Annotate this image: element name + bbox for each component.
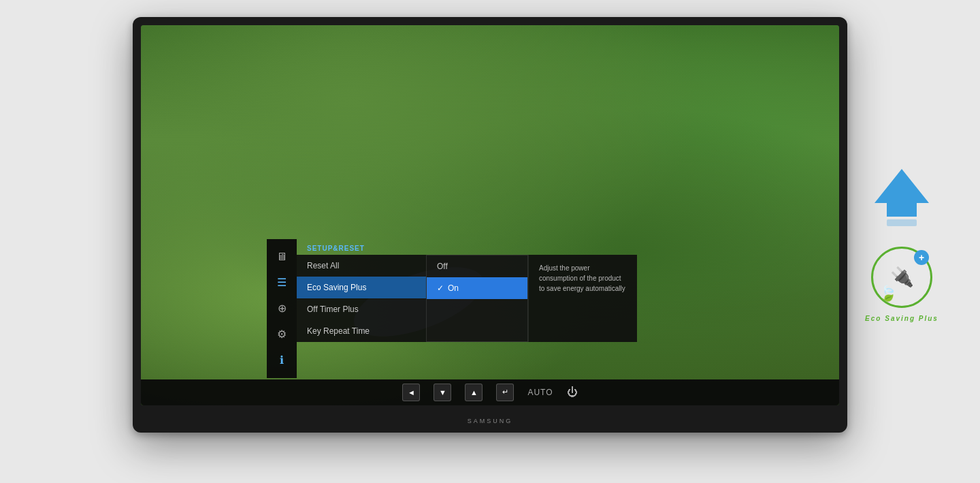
nav-button-enter[interactable]: ↵ — [496, 384, 514, 401]
osd-section-label: SETUP&RESET — [297, 239, 637, 255]
osd-item-eco-saving-plus[interactable]: Eco Saving Plus — [297, 277, 426, 298]
nav-power-button[interactable]: ⏻ — [567, 386, 578, 399]
arrow-up-triangle — [875, 169, 929, 203]
eco-saving-badge: 🔌 + 🍃 Eco Saving Plus — [864, 240, 939, 315]
eco-arrow-up — [875, 169, 929, 226]
nav-button-up[interactable]: ▲ — [465, 384, 483, 401]
eco-plus-icon: + — [914, 250, 929, 265]
right-side-panel: 🔌 + 🍃 Eco Saving Plus — [864, 169, 939, 315]
osd-menu-list: Reset All Eco Saving Plus Off Timer Plus… — [297, 255, 426, 342]
osd-bottom-bar: ◄ ▼ ▲ ↵ AUTO ⏻ — [141, 379, 839, 405]
osd-item-reset-all[interactable]: Reset All — [297, 255, 426, 277]
osd-icon-settings[interactable]: ⚙ — [270, 322, 294, 347]
nav-button-left[interactable]: ◄ — [402, 384, 420, 401]
eco-leaf-icon: 🍃 — [879, 285, 897, 302]
osd-main-panel: SETUP&RESET Reset All Eco Saving Plus Of… — [297, 239, 637, 378]
tv-bezel: 🖥 ☰ ⊕ ⚙ ℹ SETUP&RESET Reset All Eco Savi… — [133, 17, 847, 433]
tv-screen: 🖥 ☰ ⊕ ⚙ ℹ SETUP&RESET Reset All Eco Savi… — [141, 25, 839, 405]
osd-item-off-timer-plus[interactable]: Off Timer Plus — [297, 298, 426, 320]
osd-body: Reset All Eco Saving Plus Off Timer Plus… — [297, 255, 637, 342]
osd-icon-picture[interactable]: ☰ — [270, 270, 294, 295]
osd-info-panel: Adjust the power consumption of the prod… — [528, 255, 637, 342]
nav-auto-label[interactable]: AUTO — [527, 388, 553, 397]
samsung-logo: SAMSUNG — [468, 418, 513, 424]
check-mark-icon: ✓ — [437, 283, 444, 293]
arrow-stem — [887, 202, 917, 217]
osd-info-text: Adjust the power consumption of the prod… — [539, 263, 627, 294]
osd-submenu-off[interactable]: Off — [427, 255, 527, 277]
osd-icon-position[interactable]: ⊕ — [270, 296, 294, 321]
nav-button-down[interactable]: ▼ — [434, 384, 451, 401]
osd-item-key-repeat-time[interactable]: Key Repeat Time — [297, 320, 426, 342]
osd-menu-container: 🖥 ☰ ⊕ ⚙ ℹ SETUP&RESET Reset All Eco Savi… — [267, 239, 637, 378]
eco-circle: 🔌 + 🍃 — [871, 247, 932, 308]
osd-icon-info[interactable]: ℹ — [270, 348, 294, 373]
tv-monitor: 🖥 ☰ ⊕ ⚙ ℹ SETUP&RESET Reset All Eco Savi… — [116, 17, 864, 467]
osd-icon-display[interactable]: 🖥 — [270, 245, 294, 269]
osd-icon-column: 🖥 ☰ ⊕ ⚙ ℹ — [267, 239, 297, 378]
osd-submenu: Off ✓ On — [426, 255, 528, 342]
arrow-reflection — [887, 219, 917, 226]
osd-submenu-on[interactable]: ✓ On — [427, 277, 527, 299]
eco-saving-label: Eco Saving Plus — [865, 315, 938, 322]
